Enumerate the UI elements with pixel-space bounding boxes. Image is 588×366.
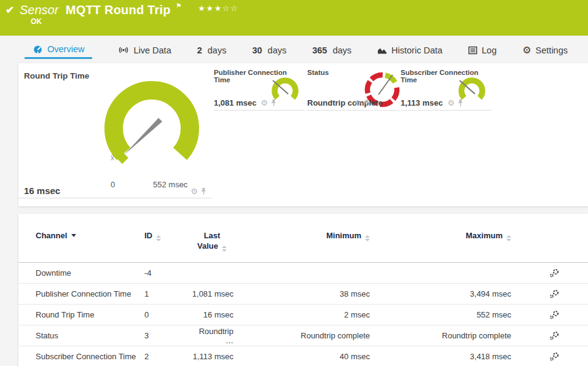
- channel-settings-icon[interactable]: [549, 352, 560, 362]
- tab-settings[interactable]: ⚙ Settings: [522, 42, 568, 58]
- cell-minimum: Roundtrip complete: [233, 331, 370, 340]
- tab-30-days[interactable]: 30 days: [252, 42, 286, 58]
- gauge-icon: [33, 44, 43, 55]
- sort-desc-icon: [71, 234, 76, 237]
- column-header-channel[interactable]: Channel: [36, 231, 144, 240]
- gear-icon[interactable]: ⚙: [354, 99, 361, 107]
- star-empty-icon[interactable]: ☆: [230, 4, 238, 13]
- column-header-minimum[interactable]: Minimum: [233, 231, 370, 241]
- tab-overview[interactable]: Overview: [25, 41, 92, 59]
- pin-icon[interactable]: [271, 99, 276, 107]
- table-row[interactable]: Downtime -4: [18, 263, 588, 284]
- tab-live-data[interactable]: Live Data: [118, 42, 171, 58]
- page-title: MQTT Round Trip: [66, 3, 171, 17]
- tab-label: days: [268, 45, 287, 55]
- sort-icon: [506, 235, 511, 241]
- table-row[interactable]: Status 3 Roundtrip … Roundtrip complete …: [18, 325, 588, 346]
- cell-last-value: 16 msec: [190, 310, 233, 319]
- gauges-card: Round Trip Time x̄ 0 552 msec 16 msec ⚙ …: [18, 63, 588, 206]
- gauge-value: 1,113 msec: [401, 98, 443, 107]
- tab-log[interactable]: Log: [468, 42, 496, 58]
- sensor-header: ✔ Sensor MQTT Round Trip ⚑ ★★★☆☆ OK: [0, 0, 588, 36]
- divider: [401, 110, 492, 111]
- gauge-panel-status: Status Roundtrip complete ⚙: [307, 69, 398, 111]
- sensor-type-label: Sensor: [20, 3, 58, 17]
- cell-id: 3: [144, 331, 190, 340]
- column-header-id[interactable]: ID: [144, 231, 190, 241]
- star-filled-icon[interactable]: ★: [214, 4, 222, 13]
- pin-icon[interactable]: [458, 99, 463, 107]
- divider: [18, 198, 212, 198]
- gear-icon[interactable]: ⚙: [261, 99, 268, 107]
- cell-channel: Round Trip Time: [36, 310, 144, 319]
- tab-label: Settings: [536, 45, 568, 55]
- tab-historic-data[interactable]: Historic Data: [377, 42, 442, 58]
- column-header-last-value[interactable]: Last Value: [190, 231, 233, 252]
- round-trip-gauge: x̄: [87, 67, 216, 187]
- tab-2-days[interactable]: 2 days: [197, 42, 227, 58]
- column-label: Last: [204, 231, 221, 240]
- cell-maximum: 3,418 msec: [370, 352, 511, 361]
- broadcast-icon: [118, 45, 129, 55]
- pin-icon[interactable]: [201, 187, 206, 195]
- gauge-value: 16 msec: [24, 185, 60, 196]
- column-label: ID: [144, 231, 152, 240]
- tab-label: Live Data: [133, 45, 171, 55]
- channel-settings-icon[interactable]: [549, 331, 560, 341]
- channel-settings-icon[interactable]: [549, 310, 560, 320]
- cell-last-value: 1,081 msec: [190, 289, 233, 298]
- tab-bar: Overview Live Data 2 days 30 days 365 da…: [25, 41, 588, 59]
- star-filled-icon[interactable]: ★: [198, 4, 206, 13]
- gauge-scale-max: 552 msec: [153, 180, 187, 189]
- pin-icon[interactable]: [364, 99, 370, 107]
- channel-settings-icon[interactable]: [549, 289, 560, 299]
- channels-table-card: Channel ID Last Value Minimum Maximum Do…: [18, 214, 588, 366]
- log-icon: [468, 46, 477, 55]
- gear-icon: ⚙: [522, 45, 531, 55]
- flag-icon[interactable]: ⚑: [176, 2, 182, 9]
- gauge-panel-subscriber-connection-time: Subscriber Connection Time 1,113 msec ⚙: [401, 69, 492, 111]
- cell-channel: Status: [36, 331, 144, 340]
- column-label: Maximum: [466, 231, 503, 240]
- status-check-icon: ✔: [6, 4, 14, 17]
- gauge-panel-round-trip-time: Round Trip Time x̄ 0 552 msec 16 msec ⚙: [18, 63, 212, 206]
- tab-365-days[interactable]: 365 days: [312, 42, 351, 58]
- column-header-maximum[interactable]: Maximum: [370, 231, 511, 241]
- cell-id: 1: [144, 289, 190, 298]
- cell-channel: Subscriber Connection Time: [36, 352, 144, 361]
- sort-icon: [156, 235, 161, 241]
- channel-settings-icon[interactable]: [549, 268, 560, 278]
- cell-last-value: Roundtrip …: [190, 327, 233, 345]
- tab-label: Overview: [47, 44, 84, 54]
- area-chart-icon: [377, 45, 387, 55]
- tab-number: 2: [197, 45, 202, 55]
- gauge-panel-publisher-connection-time: Publisher Connection Time 1,081 msec ⚙: [214, 69, 305, 111]
- gauge-title: Round Trip Time: [24, 71, 89, 80]
- column-label: Value: [197, 241, 218, 251]
- cell-minimum: 40 msec: [233, 352, 370, 361]
- tab-label: Log: [482, 45, 496, 55]
- cell-maximum: Roundtrip complete: [370, 331, 511, 340]
- star-filled-icon[interactable]: ★: [206, 4, 214, 13]
- cell-last-value: 1,113 msec: [190, 352, 233, 361]
- divider: [214, 110, 305, 111]
- svg-text:x̄: x̄: [111, 154, 114, 162]
- table-row[interactable]: Round Trip Time 0 16 msec 2 msec 552 mse…: [18, 305, 588, 325]
- sort-icon: [365, 235, 370, 241]
- table-row[interactable]: Subscriber Connection Time 2 1,113 msec …: [18, 346, 588, 366]
- priority-stars[interactable]: ★★★☆☆: [198, 4, 238, 13]
- star-empty-icon[interactable]: ☆: [222, 4, 230, 13]
- cell-id: 2: [144, 352, 190, 361]
- gear-icon[interactable]: ⚙: [447, 99, 455, 107]
- prtg-sensor-page: ✔ Sensor MQTT Round Trip ⚑ ★★★☆☆ OK Over…: [0, 0, 588, 366]
- gear-icon[interactable]: ⚙: [190, 187, 198, 195]
- tab-label: Historic Data: [391, 45, 442, 55]
- tab-label: days: [332, 45, 351, 55]
- table-header-row: Channel ID Last Value Minimum Maximum: [18, 214, 588, 263]
- column-label: Channel: [36, 231, 67, 240]
- sort-icon: [222, 246, 227, 252]
- status-badge: OK: [31, 17, 42, 26]
- tab-number: 365: [312, 45, 327, 55]
- tab-label: days: [208, 45, 227, 55]
- table-row[interactable]: Publisher Connection Time 1 1,081 msec 3…: [18, 284, 588, 305]
